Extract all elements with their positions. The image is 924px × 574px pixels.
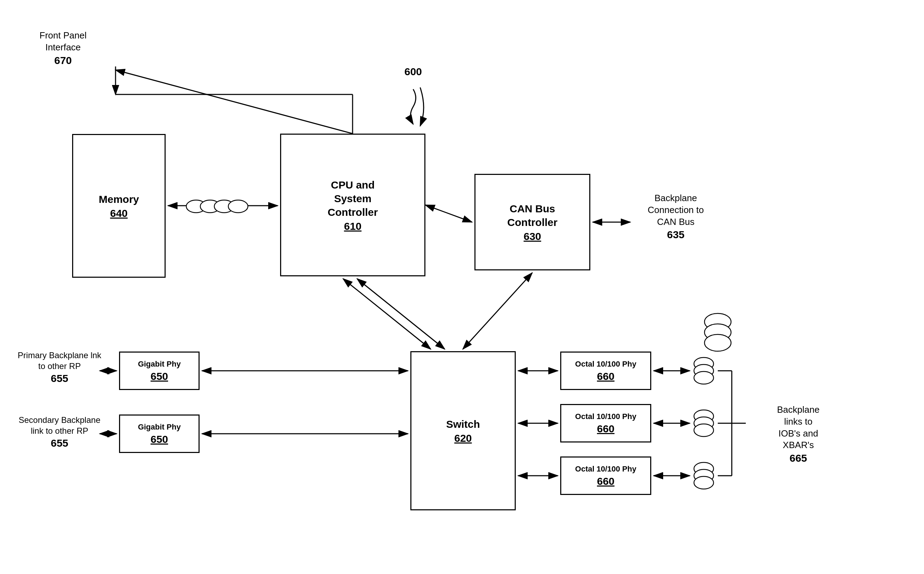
svg-point-42 xyxy=(704,314,731,330)
svg-point-33 xyxy=(694,476,714,489)
octal3-num: 660 xyxy=(597,475,614,487)
switch-box: Switch 620 xyxy=(410,351,516,510)
backplane-can-label: BackplaneConnection toCAN Bus 635 xyxy=(634,192,718,241)
primary-bp-label: Primary Backplane lnkto other RP 655 xyxy=(7,350,112,385)
diagram: Memory 640 CPU and System Controller 610… xyxy=(0,0,924,574)
octal3-label: Octal 10/100 Phy xyxy=(575,464,636,474)
svg-line-14 xyxy=(357,279,445,349)
svg-point-31 xyxy=(694,462,714,475)
backplane-can-num: 635 xyxy=(634,228,718,241)
secondary-bp-label: Secondary Backplanelink to other RP 655 xyxy=(7,415,112,450)
octal1-label: Octal 10/100 Phy xyxy=(575,359,636,369)
svg-point-29 xyxy=(694,424,714,437)
gigaphy1-label: Gigabit Phy xyxy=(138,359,181,369)
octal1-num: 660 xyxy=(597,371,614,382)
svg-point-7 xyxy=(200,200,220,213)
gigaphy2-label: Gigabit Phy xyxy=(138,422,181,432)
svg-point-44 xyxy=(704,334,731,351)
gigaphy2-num: 650 xyxy=(150,434,168,445)
memory-num: 640 xyxy=(110,207,127,219)
switch-num: 620 xyxy=(454,432,471,444)
svg-line-10 xyxy=(426,205,472,222)
svg-point-25 xyxy=(694,372,714,384)
svg-point-9 xyxy=(228,200,248,213)
switch-label: Switch xyxy=(446,417,480,431)
cpu-label: CPU and System Controller xyxy=(328,178,378,219)
svg-point-43 xyxy=(704,324,731,341)
gigaphy1-box: Gigabit Phy 650 xyxy=(119,352,199,390)
can-num: 630 xyxy=(524,230,541,243)
octal2-box: Octal 10/100 Phy 660 xyxy=(560,404,651,443)
bp-links-num: 665 xyxy=(753,451,844,465)
gigaphy1-num: 650 xyxy=(150,371,168,382)
gigaphy2-box: Gigabit Phy 650 xyxy=(119,415,199,453)
svg-line-13 xyxy=(343,279,431,349)
primary-bp-num: 655 xyxy=(7,372,112,385)
cpu-box: CPU and System Controller 610 xyxy=(280,134,426,276)
system-num-label: 600 xyxy=(396,65,431,78)
svg-point-8 xyxy=(214,200,234,213)
octal2-label: Octal 10/100 Phy xyxy=(575,412,636,422)
bp-links-label: Backplanelinks toIOB's andXBAR's 665 xyxy=(753,404,844,465)
can-label: CAN Bus Controller xyxy=(507,202,557,229)
svg-point-32 xyxy=(694,470,714,482)
octal1-box: Octal 10/100 Phy 660 xyxy=(560,352,651,390)
octal2-num: 660 xyxy=(597,423,614,435)
front-panel-num: 670 xyxy=(28,54,98,67)
system-num: 600 xyxy=(396,65,431,78)
front-panel-label: Front Panel Interface 670 xyxy=(28,30,98,67)
svg-line-4 xyxy=(115,70,353,134)
secondary-bp-num: 655 xyxy=(7,436,112,450)
svg-point-6 xyxy=(186,200,206,213)
memory-box: Memory 640 xyxy=(72,134,166,278)
svg-point-27 xyxy=(694,410,714,423)
octal3-box: Octal 10/100 Phy 660 xyxy=(560,456,651,495)
cpu-num: 610 xyxy=(344,220,361,232)
svg-point-24 xyxy=(694,364,714,377)
memory-label: Memory xyxy=(99,192,139,206)
svg-line-12 xyxy=(463,273,532,349)
svg-point-28 xyxy=(694,417,714,429)
can-box: CAN Bus Controller 630 xyxy=(475,174,590,270)
svg-point-23 xyxy=(694,358,714,370)
